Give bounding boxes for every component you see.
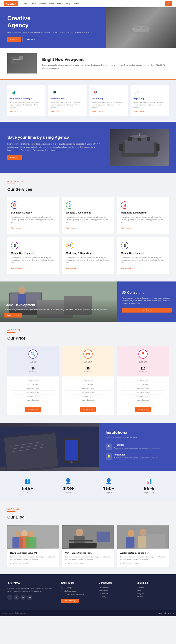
blog-post-meta-1: By Admin · Jan 12, 2022 <box>65 562 111 564</box>
service-link-2[interactable]: Find out more → <box>121 227 133 229</box>
feature-card-3: 📈 Reporting Lorem ipsum dolor sit amet, … <box>131 85 169 116</box>
business-plan-header: 📍 Business $15 Per Month <box>117 346 169 376</box>
features-section: 📊 Business & Strategy Lorem ipsum dolor … <box>0 80 176 122</box>
blog-post-meta-0: By Admin · Jan 12, 2022 <box>10 562 56 564</box>
twitter-icon[interactable]: t <box>14 595 19 600</box>
innovation-item: 💡 Innovation We are excellence in develo… <box>106 454 170 460</box>
business-features: 1 GB Photos 1 GB Photos Secure Online Tr… <box>117 376 169 404</box>
feature-title-1: Development <box>51 97 84 100</box>
nav-home2[interactable]: Home <box>57 2 63 5</box>
standard-plan-name: Standard <box>84 360 92 363</box>
nav-links: Home About Services Pirice Home Blog Con… <box>22 2 165 5</box>
feature-card-2: 📢 Marketing Lorem ipsum dolor sit amet, … <box>89 85 128 116</box>
ux-description: There are many variations of passages of… <box>122 297 172 305</box>
svg-rect-9 <box>125 140 154 153</box>
about-us-button[interactable]: About Us <box>7 37 21 42</box>
nav-home[interactable]: Home <box>22 2 27 5</box>
services-section: Our Services Our Services 🎯 Business Str… <box>0 173 176 282</box>
startup-plan-card: 🔍 Startup $0 Per Month 1 GB Photos 1 GB … <box>7 346 59 416</box>
blog-post-meta-2: By Admin · Jan 12, 2022 <box>120 562 166 564</box>
service-link-1[interactable]: Find out more → <box>66 227 78 229</box>
svg-point-7 <box>19 56 23 60</box>
blog-post-title-0: How Brand Social Value Will <box>10 552 56 554</box>
game-dev-panel: Game Development There are many variatio… <box>0 282 117 322</box>
marketing-service-icon: 📊 <box>121 202 128 209</box>
service-desc-5: Lorem ipsum dolor sit amet, consectetur … <box>121 256 165 264</box>
footer-description: A diverse and passionate web we and the … <box>7 587 56 592</box>
feature-link-1[interactable]: Find out more → <box>51 110 84 112</box>
nav-logo[interactable]: AGENCA <box>4 1 18 6</box>
nav-price[interactable]: Pirice <box>49 2 54 5</box>
svg-rect-3 <box>133 28 149 32</box>
hero-text: Creative Agency Lorem ipsum dolor sit am… <box>0 7 106 48</box>
service-card-1: 🌐 Website Development Lorem ipsum dolor … <box>62 197 114 234</box>
hero-title: Creative Agency <box>7 15 99 29</box>
footer-quicklink-3[interactable]: Linkedin <box>136 596 169 598</box>
hero-section: Creative Agency Lorem ipsum dolor sit am… <box>0 7 176 48</box>
customers-stat: 👤 423+ Customers <box>62 478 74 494</box>
service-desc-0: Lorem ipsum dolor sit amet, consectetur … <box>11 216 55 224</box>
stats-section: 👥 645+ Clients 👤 423+ Customers 👤 150+ P… <box>0 471 176 501</box>
nav-about[interactable]: About <box>30 2 36 5</box>
linkedin-icon[interactable]: in <box>20 595 26 600</box>
service-link-5[interactable]: Find out more → <box>121 268 133 269</box>
standard-add-start-button[interactable]: Add & Start <box>80 407 95 412</box>
footer-service-1[interactable]: Applications <box>99 590 131 592</box>
footer-quicklink-0[interactable]: Facebook <box>136 587 169 589</box>
clients-number: 645+ <box>22 486 33 492</box>
bright-description: Lorem ipsum dolor sit amet, consectetur … <box>42 64 169 70</box>
send-message-button[interactable]: Send A Message <box>61 598 79 603</box>
startup-plan-price: $0 <box>31 364 35 371</box>
game-dev-button[interactable]: Learn more → <box>4 313 22 318</box>
blog-divider <box>7 511 15 512</box>
googleplus-icon[interactable]: g+ <box>27 595 32 600</box>
project-done-stat: 📊 95% Project Done <box>144 478 154 494</box>
facebook-icon[interactable]: f <box>7 595 12 600</box>
nav-blog[interactable]: Blog <box>66 2 70 5</box>
contact-us-button[interactable]: Contact Us <box>7 155 22 160</box>
ux-learn-more-button[interactable]: Learn More → <box>122 308 172 312</box>
service-link-4[interactable]: Find out more → <box>66 268 78 269</box>
startup-add-start-button[interactable]: Add & Start <box>25 407 41 412</box>
business-plan-card: 📍 Business $15 Per Month 1 GB Photos 1 G… <box>117 346 169 416</box>
business-add-start-button[interactable]: Add & Start <box>135 407 151 412</box>
pricing-grid: 🔍 Startup $0 Per Month 1 GB Photos 1 GB … <box>7 346 169 416</box>
project-done-icon: 📊 <box>144 478 154 484</box>
svg-rect-28 <box>65 440 78 460</box>
svg-rect-14 <box>147 137 150 141</box>
nav-services[interactable]: Services <box>38 2 46 5</box>
search-button[interactable]: 🔍 <box>165 1 172 6</box>
feature-link-0[interactable]: Find out more → <box>10 110 43 112</box>
startup-plan-icon: 🔍 <box>28 350 38 359</box>
svg-rect-43 <box>69 540 93 542</box>
business-plan-price: $15 <box>141 364 146 371</box>
footer-quicklink-2[interactable]: Instagram <box>136 593 169 594</box>
learn-more-button[interactable]: Learn More <box>22 37 38 42</box>
blog-label: Our Blog <box>7 508 169 510</box>
feature-desc-0: Lorem ipsum dolor sit amet, consectetur … <box>10 101 43 109</box>
phone-icon: 📞 <box>61 587 63 589</box>
footer-service-3[interactable]: Marketing <box>99 596 131 598</box>
svg-rect-6 <box>13 61 18 61</box>
nav-contact[interactable]: Contact <box>73 2 80 5</box>
footer-service-2[interactable]: Maintenance <box>99 593 131 594</box>
svg-rect-39 <box>26 537 36 548</box>
footer-quicklink-1[interactable]: Twitter <box>136 590 169 592</box>
svg-point-36 <box>28 531 34 537</box>
blog-post-title-2: Apple boosted by selling more <box>120 552 166 554</box>
privacy-link[interactable]: Privacy Policy & Terms <box>157 612 174 614</box>
feature-link-3[interactable]: Find out more → <box>133 110 166 112</box>
feature-link-2[interactable]: Find out more → <box>92 110 125 112</box>
footer-contact-title: Get In Touch <box>61 582 93 584</box>
notebook-phone-icon <box>0 423 99 471</box>
save-text: Save your time by using Agenca Lorem ips… <box>7 135 103 160</box>
footer-service-0[interactable]: Development <box>99 587 131 589</box>
location-icon: 📍 <box>61 594 63 595</box>
service-link-3[interactable]: Find out more → <box>11 268 23 269</box>
service-link-0[interactable]: Find out more → <box>11 227 23 229</box>
blog-content-0: How Brand Social Value Will Lorem ipsum … <box>7 549 59 567</box>
copyright-text: © 2022 Agenca All Rights Reserved <box>2 612 28 614</box>
blog-people-2-icon <box>62 525 114 549</box>
marketing2-service-icon: 📢 <box>66 242 73 249</box>
game-ux-section: Game Development There are many variatio… <box>0 282 176 322</box>
